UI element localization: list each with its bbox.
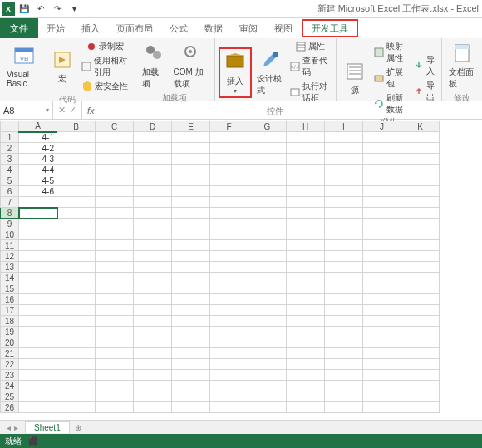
cell[interactable]: [96, 381, 134, 391]
cell[interactable]: [248, 283, 287, 294]
cell[interactable]: [19, 283, 57, 294]
record-macro-status-icon[interactable]: ⬛: [28, 436, 38, 446]
cell[interactable]: [210, 305, 248, 316]
cell[interactable]: 4-1: [19, 132, 57, 143]
cell[interactable]: [248, 316, 287, 327]
cell[interactable]: [287, 381, 325, 391]
cell[interactable]: [96, 251, 134, 262]
cell[interactable]: [57, 165, 96, 175]
cell[interactable]: [363, 370, 401, 381]
cell[interactable]: [96, 359, 134, 370]
cell[interactable]: [57, 305, 96, 316]
cell[interactable]: [287, 240, 325, 251]
cell[interactable]: [134, 348, 172, 359]
cell[interactable]: [210, 391, 248, 402]
tab-view[interactable]: 视图: [266, 18, 301, 38]
cell[interactable]: [287, 132, 325, 143]
cell[interactable]: [325, 327, 363, 337]
column-header[interactable]: J: [363, 121, 401, 132]
cell[interactable]: [363, 337, 401, 348]
cell[interactable]: 4-4: [19, 165, 57, 175]
cell[interactable]: [19, 370, 57, 381]
cell[interactable]: [134, 327, 172, 337]
cell[interactable]: [363, 251, 401, 262]
cell[interactable]: [287, 370, 325, 381]
cell[interactable]: [134, 208, 172, 219]
cell[interactable]: [134, 240, 172, 251]
insert-control-button[interactable]: 插入 ▾: [219, 47, 252, 98]
cell[interactable]: [57, 143, 96, 154]
cell[interactable]: [172, 316, 210, 327]
row-header[interactable]: 24: [1, 381, 19, 391]
cell[interactable]: [210, 251, 248, 262]
cell[interactable]: [57, 402, 96, 413]
cell[interactable]: [172, 327, 210, 337]
cell[interactable]: [210, 132, 248, 143]
cell[interactable]: [19, 391, 57, 402]
cell[interactable]: [325, 197, 363, 208]
com-addins-button[interactable]: COM 加载项: [170, 40, 212, 91]
cell[interactable]: [172, 219, 210, 229]
visual-basic-button[interactable]: VB Visual Basic: [3, 43, 46, 90]
cell[interactable]: [401, 370, 440, 381]
undo-icon[interactable]: ↶: [33, 2, 48, 17]
cell[interactable]: [19, 316, 57, 327]
column-header[interactable]: D: [134, 121, 172, 132]
cell[interactable]: [210, 175, 248, 186]
cell[interactable]: [172, 251, 210, 262]
cell[interactable]: [401, 402, 440, 413]
cell[interactable]: [172, 154, 210, 165]
cell[interactable]: [172, 348, 210, 359]
cell[interactable]: [325, 402, 363, 413]
row-header[interactable]: 20: [1, 337, 19, 348]
row-header[interactable]: 25: [1, 391, 19, 402]
cell[interactable]: [134, 143, 172, 154]
tab-review[interactable]: 审阅: [231, 18, 266, 38]
tab-file[interactable]: 文件: [0, 18, 38, 38]
cell[interactable]: [248, 154, 287, 165]
cell[interactable]: [172, 381, 210, 391]
cell[interactable]: [363, 186, 401, 197]
cell[interactable]: [134, 186, 172, 197]
cell[interactable]: [134, 294, 172, 305]
cell[interactable]: [134, 251, 172, 262]
cell[interactable]: [363, 229, 401, 240]
cell[interactable]: [19, 359, 57, 370]
cell[interactable]: 4-5: [19, 175, 57, 186]
cell[interactable]: [401, 165, 440, 175]
cell[interactable]: [325, 132, 363, 143]
tab-developer[interactable]: 开发工具: [302, 19, 358, 37]
row-header[interactable]: 12: [1, 251, 19, 262]
cell[interactable]: [248, 240, 287, 251]
cell[interactable]: [96, 143, 134, 154]
cell[interactable]: [19, 348, 57, 359]
cell[interactable]: [96, 262, 134, 273]
cell[interactable]: [248, 294, 287, 305]
cell[interactable]: [210, 316, 248, 327]
cell[interactable]: [57, 327, 96, 337]
cell[interactable]: [363, 165, 401, 175]
cell[interactable]: [401, 327, 440, 337]
doc-panel-button[interactable]: 文档面板: [445, 40, 479, 91]
cell[interactable]: [248, 186, 287, 197]
row-header[interactable]: 22: [1, 359, 19, 370]
cell[interactable]: [210, 273, 248, 283]
sheet-nav-first-icon[interactable]: ◂: [7, 423, 11, 432]
cell[interactable]: [134, 305, 172, 316]
cell[interactable]: [325, 370, 363, 381]
cell[interactable]: [248, 175, 287, 186]
record-macro-button[interactable]: 录制宏: [79, 40, 131, 53]
row-header[interactable]: 16: [1, 294, 19, 305]
cell[interactable]: [57, 316, 96, 327]
cell[interactable]: [325, 219, 363, 229]
cell[interactable]: [363, 402, 401, 413]
cell[interactable]: [248, 327, 287, 337]
import-button[interactable]: 导入: [411, 53, 437, 78]
column-header[interactable]: B: [57, 121, 96, 132]
cell[interactable]: [19, 197, 57, 208]
cell[interactable]: [287, 402, 325, 413]
row-header[interactable]: 13: [1, 262, 19, 273]
sheet-nav[interactable]: ◂ ▸: [0, 423, 25, 432]
cell[interactable]: [363, 240, 401, 251]
cell[interactable]: [172, 273, 210, 283]
